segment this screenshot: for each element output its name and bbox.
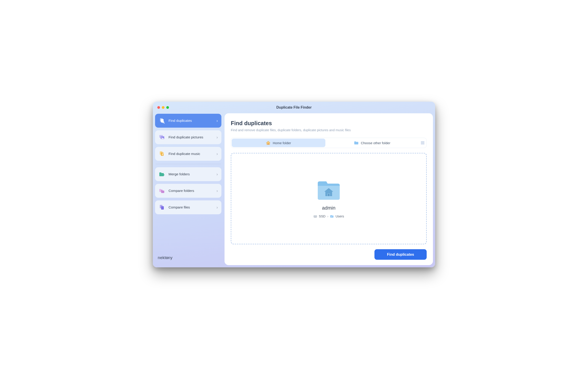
svg-rect-8 [161,153,164,156]
chevron-right-icon: › [327,215,328,218]
sidebar-item-label: Compare files [168,205,216,209]
sidebar-item-label: Find duplicate pictures [168,135,216,139]
window-title: Duplicate File Finder [153,105,435,110]
sidebar-item-label: Compare folders [168,189,216,193]
svg-point-6 [161,137,162,137]
sidebar-item-find-duplicates[interactable]: Find duplicates › [155,114,221,128]
sidebar-item-label: Find duplicate music [168,152,216,156]
svg-line-3 [164,123,165,123]
breadcrumb-segment: Users [336,215,344,218]
chevron-right-icon: › [216,189,218,193]
chevron-right-icon: › [216,152,218,156]
sidebar: Find duplicates › Find duplicate picture… [155,113,221,265]
title-bar: Duplicate File Finder [153,102,435,113]
chevron-right-icon: › [216,205,218,210]
pictures-icon [159,134,165,140]
sidebar-item-compare-files[interactable]: Compare files › [155,200,221,214]
sidebar-item-merge-folders[interactable]: Merge folders › [155,167,221,181]
svg-point-9 [162,154,163,155]
page-title: Find duplicates [231,120,427,126]
svg-rect-13 [328,194,330,196]
app-body: Find duplicates › Find duplicate picture… [153,113,435,267]
music-files-icon [159,151,165,157]
home-icon [266,141,271,145]
svg-rect-1 [161,119,164,123]
merge-folders-icon [159,172,165,177]
sidebar-item-compare-folders[interactable]: Compare folders › [155,184,221,198]
main-panel: Find duplicates Find and remove duplicat… [225,113,433,265]
selected-folder-name: admin [322,205,336,211]
breadcrumb: SSD › Users [314,215,344,218]
breadcrumb-segment: SSD [319,215,326,218]
compare-folders-icon [159,188,165,193]
svg-rect-11 [161,206,164,210]
chevron-right-icon: › [216,118,218,123]
svg-rect-12 [268,144,269,145]
sidebar-item-label: Find duplicates [168,119,216,123]
chevron-right-icon: › [216,135,218,140]
sidebar-item-find-duplicate-pictures[interactable]: Find duplicate pictures › [155,130,221,144]
tab-label: Home folder [273,141,291,145]
folder-dropzone[interactable]: admin SSD › [231,153,427,244]
folder-source-tabs: Home folder Choose other folder [231,138,427,148]
app-window: Duplicate File Finder Find duplicates › [153,102,435,267]
sidebar-item-find-duplicate-music[interactable]: Find duplicate music › [155,147,221,161]
chevron-right-icon: › [216,172,218,177]
compare-files-icon [159,205,165,210]
page-subtitle: Find and remove duplicate files, duplica… [231,128,427,132]
sidebar-item-label: Merge folders [168,172,216,176]
tab-home-folder[interactable]: Home folder [232,139,325,147]
folder-icon [354,141,358,145]
files-search-icon [159,118,165,123]
users-folder-icon [330,215,334,218]
tab-choose-other-folder[interactable]: Choose other folder [325,139,419,147]
brand-logo: nektny [155,256,221,265]
svg-rect-14 [314,215,317,217]
svg-point-16 [332,216,332,217]
svg-rect-15 [314,217,316,217]
tab-label: Choose other folder [361,141,390,145]
find-duplicates-button[interactable]: Find duplicates [374,249,427,260]
disk-icon [314,215,317,218]
action-bar: Find duplicates [231,249,427,260]
sidebar-divider [156,164,221,164]
selected-folder-icon [316,179,341,202]
list-view-icon[interactable] [421,142,424,144]
